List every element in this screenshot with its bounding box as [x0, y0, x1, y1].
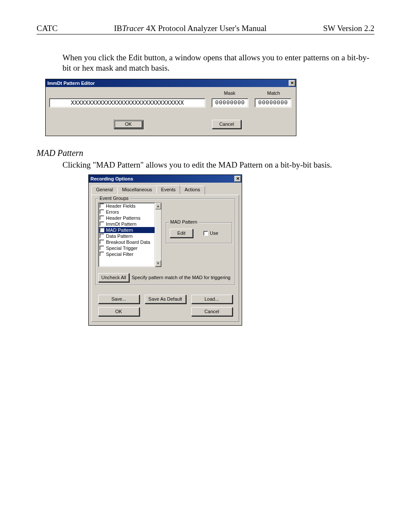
mad-pattern-group: MAD Pattern Edit Use — [166, 222, 232, 243]
bits-input[interactable]: XXXXXXXXXXXXXXXXXXXXXXXXXXXXXXXX — [49, 98, 206, 108]
tab-miscellaneous[interactable]: Miscellaneous — [117, 186, 157, 195]
checkbox-icon[interactable] — [100, 227, 104, 232]
close-icon[interactable]: ✕ — [234, 176, 241, 182]
tabstrip: General Miscellaneous Events Actions — [91, 186, 239, 195]
list-item[interactable]: Breakout Board Data — [99, 239, 155, 245]
page-header: CATC IBTracer 4X Protocol Analyzer User'… — [37, 24, 374, 34]
close-icon[interactable]: ✕ — [289, 80, 295, 86]
list-item-label: Errors — [106, 209, 119, 215]
event-groups-title: Event Groups — [98, 196, 130, 201]
cancel-button[interactable]: Cancel — [212, 120, 241, 129]
save-as-default-button[interactable]: Save As Default — [145, 295, 186, 304]
tab-actions[interactable]: Actions — [180, 186, 205, 195]
immdt-pattern-editor-dialog: ImmDt Pattern Editor ✕ Mask Match XXXXXX… — [45, 79, 296, 136]
edit-button[interactable]: Edit — [170, 229, 193, 238]
recording-options-dialog: Recording Options ✕ General Miscellaneou… — [88, 174, 242, 326]
paragraph-immdt-intro: When you click the Edit button, a window… — [62, 53, 374, 74]
tab-general[interactable]: General — [91, 186, 118, 195]
paragraph-mad-intro: Clicking "MAD Pattern" allows you to edi… — [62, 160, 374, 170]
hint-text: Specify pattern match of the MAD for tri… — [129, 275, 232, 280]
use-checkbox[interactable]: Use — [203, 230, 218, 236]
mad-pattern-group-title: MAD Pattern — [169, 219, 199, 224]
list-item-label: Special Trigger — [106, 246, 137, 251]
immdt-title: ImmDt Pattern Editor — [47, 81, 95, 86]
load-button[interactable]: Load... — [191, 295, 233, 304]
list-item-label: Breakout Board Data — [106, 240, 150, 245]
list-item[interactable]: Special Filter — [99, 251, 155, 257]
list-item[interactable]: Data Pattern — [99, 233, 155, 239]
immdt-titlebar: ImmDt Pattern Editor ✕ — [46, 79, 296, 87]
match-input[interactable]: 00000000 — [255, 98, 292, 108]
ok-button[interactable]: OK — [114, 120, 143, 129]
list-item-label: Special Filter — [106, 252, 134, 257]
list-item[interactable]: Special Trigger — [99, 245, 155, 251]
uncheck-all-button[interactable]: Uncheck All — [98, 273, 129, 282]
mask-input[interactable]: 00000000 — [212, 98, 249, 108]
list-item-label: Header Fields — [106, 203, 135, 208]
ok-button[interactable]: OK — [98, 307, 140, 316]
recording-options-title: Recording Options — [90, 176, 133, 181]
list-item[interactable]: MAD Pattern — [99, 227, 155, 233]
save-button[interactable]: Save... — [98, 295, 140, 304]
event-groups-listbox[interactable]: Header FieldsErrorsHeader PatternsImmDt … — [98, 202, 155, 267]
checkbox-icon[interactable] — [100, 233, 104, 238]
tab-events[interactable]: Events — [156, 185, 181, 194]
list-item[interactable]: Header Patterns — [99, 215, 155, 221]
list-item[interactable]: Errors — [99, 209, 155, 215]
checkbox-icon[interactable] — [100, 203, 104, 208]
mask-label: Mask — [211, 90, 249, 96]
list-item[interactable]: ImmDt Pattern — [99, 221, 155, 227]
header-right: SW Version 2.2 — [323, 24, 374, 33]
header-center: IBTracer 4X Protocol Analyzer User's Man… — [114, 24, 267, 33]
scroll-up-icon[interactable]: ▲ — [155, 203, 161, 209]
match-label: Match — [255, 90, 293, 96]
checkbox-icon[interactable] — [100, 246, 104, 250]
recording-options-titlebar: Recording Options ✕ — [89, 175, 242, 183]
list-item-label: MAD Pattern — [106, 227, 133, 233]
checkbox-icon[interactable] — [100, 221, 104, 226]
list-item-label: Data Pattern — [106, 233, 133, 239]
cancel-button[interactable]: Cancel — [191, 307, 233, 316]
list-item[interactable]: Header Fields — [99, 203, 155, 209]
scroll-down-icon[interactable]: ▼ — [155, 260, 161, 267]
checkbox-icon[interactable] — [100, 240, 104, 244]
list-item-label: ImmDt Pattern — [106, 221, 137, 227]
use-label: Use — [210, 230, 218, 236]
checkbox-icon[interactable] — [100, 209, 104, 214]
checkbox-icon[interactable] — [100, 215, 104, 220]
section-title-mad-pattern: MAD Pattern — [37, 148, 374, 158]
checkbox-icon[interactable] — [203, 231, 208, 236]
list-item-label: Header Patterns — [106, 215, 140, 221]
checkbox-icon[interactable] — [100, 252, 104, 256]
tab-panel-events: Event Groups Header FieldsErrorsHeader P… — [91, 195, 239, 322]
header-left: CATC — [37, 24, 58, 33]
event-groups-box: Event Groups Header FieldsErrorsHeader P… — [95, 199, 235, 285]
scrollbar[interactable]: ▲ ▼ — [155, 202, 162, 267]
